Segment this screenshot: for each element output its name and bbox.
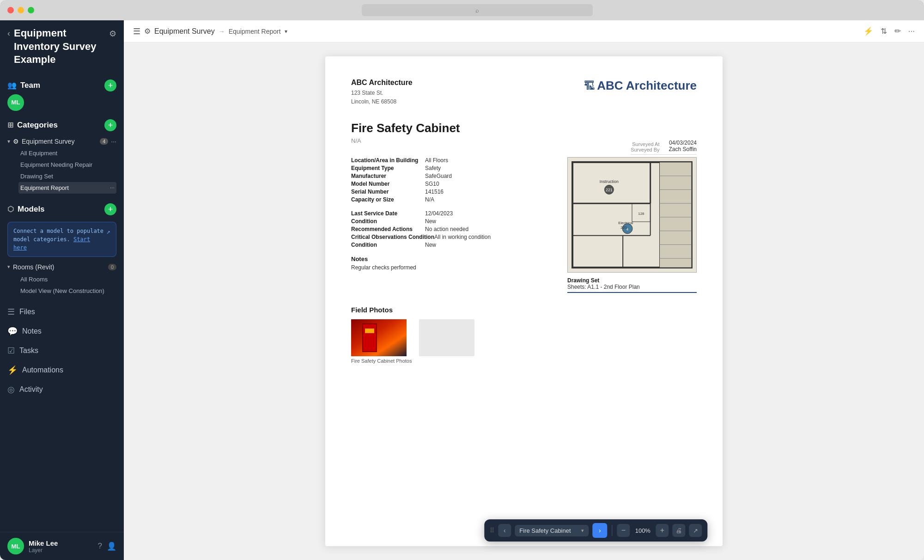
notes-icon: 💬	[7, 326, 18, 336]
app-layout: ‹ Equipment Inventory Survey Example ⚙ 👥…	[0, 20, 924, 560]
user-avatar: ML	[7, 94, 24, 111]
team-label: 👥 Team	[7, 81, 40, 90]
toolbar-divider	[612, 525, 612, 536]
avatar[interactable]: ML	[7, 94, 116, 111]
topbar-right: ⚡ ⇅ ✏ ···	[863, 26, 915, 36]
sidebar-item-equipment-report[interactable]: Equipment Report ···	[18, 182, 116, 194]
floor-plan-section: Instruction 221 4 Electrical 220 12	[567, 157, 697, 293]
main-content: ☰ ⚙ Equipment Survey → Equipment Report …	[124, 20, 924, 560]
svg-text:Electrical: Electrical	[618, 221, 633, 225]
topbar: ☰ ⚙ Equipment Survey → Equipment Report …	[124, 20, 924, 43]
logo-icon: 🏗	[584, 79, 595, 92]
edit-icon[interactable]: ✏	[894, 26, 901, 36]
svg-text:128: 128	[638, 212, 644, 216]
photo-container: Fire Safety Cabinet Photos	[351, 319, 697, 364]
sidebar: ‹ Equipment Inventory Survey Example ⚙ 👥…	[0, 20, 124, 560]
footer-avatar: ML	[7, 538, 24, 554]
chevron-down-icon: ▾	[7, 138, 10, 145]
filter-icon[interactable]: ⚡	[863, 26, 873, 36]
sidebar-item-tasks[interactable]: ☑ Tasks	[0, 341, 124, 360]
zoom-out-button[interactable]: −	[617, 524, 630, 537]
rooms-header[interactable]: ▾ Rooms (Revit) 0	[7, 261, 116, 274]
sidebar-title: Equipment Inventory Survey Example	[14, 27, 105, 67]
sidebar-item-model-view[interactable]: Model View (New Construction)	[18, 285, 116, 297]
categories-icon: ⊞	[7, 121, 13, 129]
back-button[interactable]: ‹	[7, 29, 10, 38]
tasks-icon: ☑	[7, 346, 15, 356]
item-selector[interactable]: Fire Safety Cabinet ▾	[515, 525, 589, 536]
last-service-row: Last Service Date 12/04/2023	[351, 210, 549, 217]
models-connect-tip[interactable]: Connect a model to populate model catego…	[7, 222, 116, 257]
equipment-type-row: Equipment Type Safety	[351, 165, 549, 171]
sidebar-item-automations[interactable]: ⚡ Automations	[0, 360, 124, 380]
prev-button[interactable]: ‹	[498, 524, 511, 537]
print-icon: 🖨	[675, 527, 682, 534]
equipment-survey-category[interactable]: ▾ ⚙ Equipment Survey 4 ··· All Equipment…	[7, 134, 116, 195]
models-icon: ⬡	[7, 205, 14, 213]
notes-group: Notes Regular checks performed	[351, 256, 549, 271]
sidebar-item-all-rooms[interactable]: All Rooms	[18, 274, 116, 285]
survey-info: Surveyed At Surveyed By 04/03/2024 Zach …	[631, 140, 697, 157]
tip-arrow-icon: ↗	[107, 227, 110, 237]
content-area[interactable]: ABC Architecture 123 State St. Lincoln, …	[124, 43, 924, 560]
print-button[interactable]: 🖨	[672, 524, 685, 537]
url-bar[interactable]: ⌕	[362, 4, 593, 16]
company-address: 123 State St. Lincoln, NE 68508	[351, 89, 413, 106]
next-button[interactable]: ›	[592, 523, 607, 538]
details-left: Location/Area in Building All Floors Equ…	[351, 157, 549, 293]
user-info: ML Mike Lee Layer	[7, 538, 58, 554]
category-more-icon[interactable]: ···	[111, 138, 116, 145]
photo-item: Fire Safety Cabinet Photos	[351, 319, 412, 364]
sidebar-header: ‹ Equipment Inventory Survey Example ⚙	[0, 20, 124, 73]
add-model-button[interactable]: +	[104, 203, 116, 215]
team-header: 👥 Team +	[7, 76, 116, 94]
zoom-in-button[interactable]: +	[656, 524, 669, 537]
rooms-chevron-icon: ▾	[7, 264, 10, 270]
sidebar-item-drawing-set[interactable]: Drawing Set	[18, 170, 116, 182]
photo-thumbnail	[351, 319, 407, 356]
categories-label: ⊞ Categories	[7, 121, 58, 130]
sidebar-item-all-equipment[interactable]: All Equipment	[18, 147, 116, 159]
field-photo	[351, 319, 407, 356]
recommended-actions-row: Recommended Actions No action needed	[351, 226, 549, 232]
sidebar-footer: ML Mike Lee Layer ? 👤	[0, 532, 124, 560]
user-details: Mike Lee Layer	[29, 539, 58, 554]
drag-handle-icon[interactable]: ⠿	[490, 527, 494, 534]
sidebar-item-files[interactable]: ☰ Files	[0, 302, 124, 322]
submenu-more-icon[interactable]: ···	[110, 184, 115, 191]
close-button[interactable]	[7, 7, 14, 13]
models-tip-link[interactable]: Start here	[13, 236, 90, 251]
topbar-gear-icon: ⚙	[144, 27, 151, 36]
search-icon: ⌕	[475, 7, 479, 14]
svg-rect-26	[365, 329, 374, 333]
notes-value: Regular checks performed	[351, 264, 549, 271]
report-details: Location/Area in Building All Floors Equ…	[351, 157, 697, 293]
activity-icon: ◎	[7, 384, 15, 395]
external-link-button[interactable]: ↗	[689, 524, 702, 537]
add-team-button[interactable]: +	[104, 79, 116, 91]
company-info: ABC Architecture 123 State St. Lincoln, …	[351, 79, 413, 106]
selector-chevron-icon: ▾	[581, 528, 584, 534]
help-icon[interactable]: ?	[98, 542, 102, 551]
profile-icon[interactable]: 👤	[107, 542, 116, 551]
sort-icon[interactable]: ⇅	[881, 26, 887, 36]
automations-icon: ⚡	[7, 365, 18, 375]
sidebar-item-activity[interactable]: ◎ Activity	[0, 380, 124, 399]
topbar-left: ☰ ⚙ Equipment Survey → Equipment Report …	[133, 26, 287, 37]
categories-section: ⊞ Categories + ▾ ⚙ Equipment Survey 4 ··…	[0, 113, 124, 197]
sidebar-item-equipment-repair[interactable]: Equipment Needing Repair	[18, 159, 116, 170]
hamburger-icon[interactable]: ☰	[133, 26, 140, 37]
minimize-button[interactable]	[18, 7, 24, 13]
surveyed-at-block: Surveyed At Surveyed By	[631, 141, 659, 152]
sidebar-item-notes[interactable]: 💬 Notes	[0, 322, 124, 341]
more-options-icon[interactable]: ···	[908, 27, 915, 36]
condition-row: Condition New	[351, 218, 549, 225]
files-icon: ☰	[7, 307, 15, 317]
zoom-level: 100%	[633, 527, 652, 534]
models-section: ⬡ Models + Connect a model to populate m…	[0, 197, 124, 298]
add-category-button[interactable]: +	[104, 119, 116, 131]
surveyed-values-block: 04/03/2024 Zach Soffin	[669, 140, 697, 152]
settings-icon[interactable]: ⚙	[109, 29, 116, 39]
maximize-button[interactable]	[28, 7, 34, 13]
report-dropdown-icon[interactable]: ▾	[285, 28, 287, 35]
